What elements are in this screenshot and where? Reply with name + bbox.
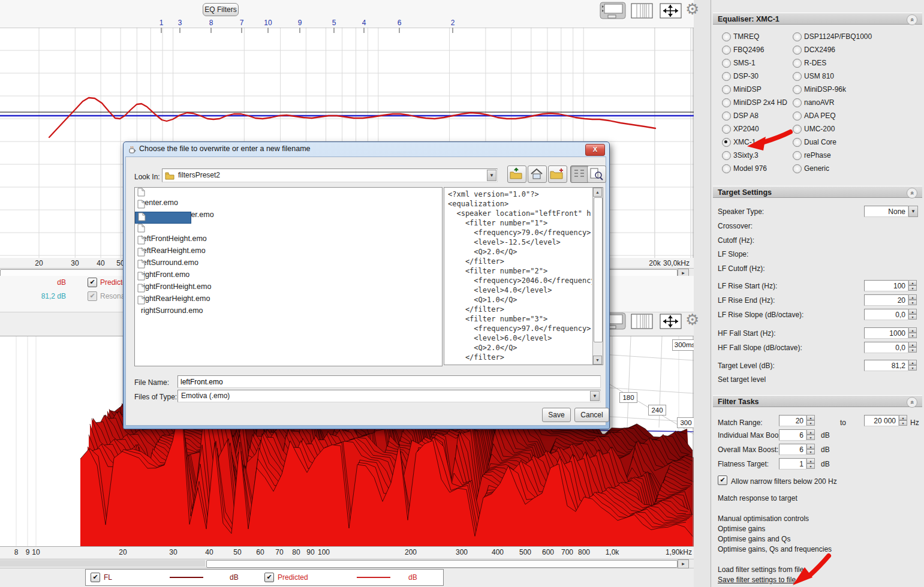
spinner-arrow[interactable]: ▲: [908, 327, 917, 333]
spinner-arrow[interactable]: ▲: [806, 444, 815, 449]
graph-settings-gear-icon[interactable]: ⚙: [685, 0, 699, 19]
equaliser-radio-ada-peq[interactable]: [793, 112, 802, 121]
target-setting-spinner[interactable]: ▲▼: [908, 280, 917, 291]
grid-options-icon[interactable]: [631, 312, 654, 330]
look-in-combobox[interactable]: filtersPreset2 ▼: [162, 168, 498, 182]
equaliser-radio-sms-1[interactable]: [722, 59, 731, 68]
lower-scrollbar-right-button[interactable]: ▸: [678, 559, 689, 568]
task-link-load-filter-settings-from-file[interactable]: Load filter settings from file: [718, 565, 803, 574]
equaliser-radio-xp2040[interactable]: [722, 125, 731, 134]
pan-mode-icon[interactable]: [660, 2, 682, 20]
filter-tasks-section-header[interactable]: Filter Tasks «: [713, 395, 922, 407]
task-link-manual-optimisation-controls[interactable]: Manual optimisation controls: [718, 514, 809, 523]
equaliser-radio-dcx2496[interactable]: [793, 46, 802, 55]
spinner-arrow[interactable]: ▼: [908, 365, 917, 371]
grid-options-icon[interactable]: [631, 2, 654, 20]
target-setting-field[interactable]: 81,2: [864, 360, 908, 371]
collapse-equaliser-icon[interactable]: «: [907, 14, 917, 25]
task-row-field[interactable]: 1: [779, 458, 806, 469]
spinner-arrow[interactable]: ▼: [908, 314, 917, 320]
spinner-arrow[interactable]: ▲: [908, 360, 917, 365]
equaliser-radio-nanoavr[interactable]: [793, 98, 802, 107]
xml-scroll-down-button[interactable]: ▼: [593, 356, 602, 365]
target-setting-field[interactable]: 1000: [864, 327, 908, 339]
collapse-target-icon[interactable]: «: [907, 188, 917, 198]
speaker-type-combobox[interactable]: None: [864, 206, 908, 217]
look-in-dropdown-icon[interactable]: ▼: [487, 170, 496, 181]
equaliser-radio-umc-200[interactable]: [793, 125, 802, 134]
task-link-optimise-gains-and-qs[interactable]: Optimise gains and Qs: [718, 535, 790, 543]
home-button[interactable]: [528, 165, 547, 183]
task-row-spinner[interactable]: ▲▼: [806, 458, 815, 469]
target-setting-spinner[interactable]: ▲▼: [908, 327, 917, 339]
equaliser-radio-r-des[interactable]: [793, 59, 802, 68]
equaliser-radio-generic[interactable]: [793, 164, 802, 173]
files-of-type-combobox[interactable]: Emotiva (.emo) ▼: [177, 390, 601, 402]
file-list[interactable]: center.emocenterSubwoofer.emoleftFront.e…: [134, 187, 443, 366]
file-list-item[interactable]: rightFrontHeight.emo: [135, 272, 216, 284]
equaliser-radio-dsp1124p-fbq1000[interactable]: [793, 32, 802, 41]
save-button[interactable]: Save: [542, 408, 571, 422]
task-row-field[interactable]: 6: [779, 429, 806, 441]
task-link-match-response-to-target[interactable]: Match response to target: [718, 494, 797, 502]
file-name-input[interactable]: [177, 375, 601, 388]
eq-filters-button[interactable]: EQ Filters: [203, 3, 239, 16]
up-one-level-button[interactable]: [507, 165, 526, 183]
xml-scroll-up-button[interactable]: ▲: [593, 188, 602, 197]
spinner-arrow[interactable]: ▼: [806, 435, 815, 440]
file-list-item[interactable]: leftRearHeight.emo: [135, 236, 210, 248]
spinner-arrow[interactable]: ▼: [806, 463, 815, 469]
task-link-optimise-gains[interactable]: Optimise gains: [718, 525, 765, 533]
target-setting-field[interactable]: 100: [864, 280, 908, 291]
equaliser-radio-dsp-a8[interactable]: [722, 112, 731, 121]
lower-scrollbar-track[interactable]: [0, 560, 205, 567]
task-row-spinner[interactable]: ▲▼: [806, 429, 815, 441]
equaliser-radio-minidsp[interactable]: [722, 85, 731, 94]
equaliser-radio-usm-810[interactable]: [793, 72, 802, 81]
task-link-optimise-gains-qs-and-frequencies[interactable]: Optimise gains, Qs and frequencies: [718, 545, 832, 553]
spinner-arrow[interactable]: ▼: [806, 449, 815, 454]
target-setting-spinner[interactable]: ▲▼: [908, 309, 917, 320]
equaliser-radio-minidsp-96k[interactable]: [793, 85, 802, 94]
target-setting-field[interactable]: 0,0: [864, 309, 908, 320]
target-setting-spinner[interactable]: ▲▼: [908, 294, 917, 306]
fl-checkbox[interactable]: ✔: [91, 573, 100, 582]
xml-preview-scrollbar[interactable]: ▲ ▼: [592, 188, 603, 365]
equaliser-radio-fbq2496[interactable]: [722, 46, 731, 55]
lower-chart-scrollbar[interactable]: ▸: [0, 559, 694, 568]
collapse-tasks-icon[interactable]: «: [907, 397, 917, 408]
file-list-item[interactable]: centerSubwoofer.emo: [135, 200, 219, 212]
target-setting-spinner[interactable]: ▲▼: [908, 342, 917, 353]
target-setting-spinner[interactable]: ▲▼: [908, 360, 917, 371]
equaliser-radio-xmc-1[interactable]: [722, 138, 731, 147]
spinner-arrow[interactable]: ▼: [908, 347, 917, 353]
equaliser-radio-tmreq[interactable]: [722, 32, 731, 41]
resonances-checkbox[interactable]: ✔: [88, 291, 97, 301]
match-range-from-spinner[interactable]: ▲▼: [806, 415, 815, 426]
match-range-to-field[interactable]: 20 000: [864, 415, 899, 426]
equaliser-radio-rephase[interactable]: [793, 151, 802, 160]
task-row-spinner[interactable]: ▲▼: [806, 444, 815, 455]
graph-settings-gear-icon[interactable]: ⚙: [685, 311, 699, 329]
spinner-arrow[interactable]: ▲: [908, 342, 917, 347]
equaliser-section-header[interactable]: Equaliser: XMC-1 «: [713, 13, 922, 25]
equaliser-radio-minidsp-2x4-hd[interactable]: [722, 98, 731, 107]
set-target-level-link[interactable]: Set target level: [718, 375, 766, 384]
allow-narrow-filters-checkbox[interactable]: ✔: [718, 475, 727, 485]
spinner-arrow[interactable]: ▲: [908, 309, 917, 314]
lower-scrollbar-thumb[interactable]: [206, 560, 678, 568]
match-range-from-field[interactable]: 20: [779, 415, 806, 426]
spinner-arrow[interactable]: ▲: [806, 429, 815, 435]
spinner-arrow[interactable]: ▼: [908, 285, 917, 291]
equaliser-radio-3sixty-3[interactable]: [722, 151, 731, 160]
file-list-item[interactable]: rightSurround.emo: [135, 296, 208, 308]
task-row-field[interactable]: 6: [779, 444, 806, 455]
xml-scrollbar-thumb[interactable]: [594, 197, 603, 342]
equaliser-radio-dsp-30[interactable]: [722, 72, 731, 81]
target-settings-section-header[interactable]: Target Settings «: [713, 186, 922, 198]
speaker-type-dropdown-icon[interactable]: ▼: [908, 206, 918, 217]
target-setting-field[interactable]: 0,0: [864, 342, 908, 353]
target-setting-field[interactable]: 20: [864, 294, 908, 306]
spinner-arrow[interactable]: ▲: [806, 458, 815, 463]
pan-mode-icon[interactable]: [660, 312, 682, 330]
